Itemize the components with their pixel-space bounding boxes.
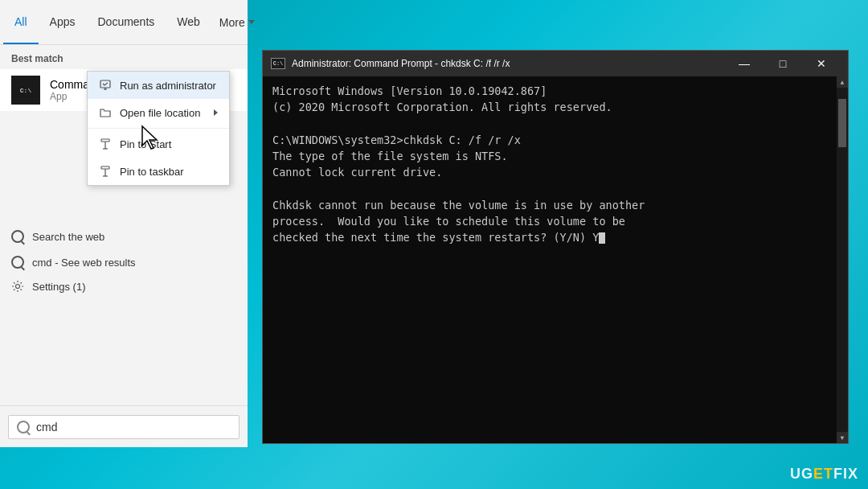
cmd-output: Microsoft Windows [Version 10.0.19042.86… — [272, 83, 838, 246]
web-search-icon — [11, 230, 24, 243]
taskbar-search-area: cmd — [0, 405, 248, 447]
cmd-cursor — [599, 232, 605, 244]
web-search-label: Search the web — [32, 231, 104, 243]
context-menu: Run as administrator Open file location … — [87, 71, 230, 186]
web-search-label-row: Search the web — [0, 224, 248, 249]
settings-label: Settings (1) — [32, 281, 85, 293]
tab-documents[interactable]: Documents — [86, 0, 166, 44]
run-admin-icon — [99, 79, 112, 92]
pin-taskbar-icon — [99, 165, 112, 178]
taskbar-search-text: cmd — [36, 421, 57, 434]
scroll-down-arrow[interactable]: ▼ — [837, 432, 848, 443]
cmd-titlebar-icon: C:\ — [271, 58, 285, 69]
run-as-admin-label: Run as administrator — [120, 80, 216, 92]
web-search-section: Search the web cmd - See web results — [0, 224, 248, 275]
svg-point-3 — [16, 285, 20, 289]
web-search-result-label: cmd - See web results — [32, 257, 136, 269]
scroll-up-arrow[interactable]: ▲ — [837, 76, 848, 88]
taskbar-search-icon — [17, 421, 30, 434]
tab-more[interactable]: More — [211, 10, 263, 35]
cmd-title: Administrator: Command Prompt - chkdsk C… — [292, 58, 719, 69]
context-open-file-location[interactable]: Open file location — [88, 99, 229, 126]
web-result-icon — [11, 256, 24, 269]
pin-to-taskbar-label: Pin to taskbar — [120, 166, 184, 178]
start-menu: All Apps Documents Web More Best match C… — [0, 0, 248, 447]
cmd-window: C:\ Administrator: Command Prompt - chkd… — [262, 50, 849, 444]
context-pin-taskbar[interactable]: Pin to taskbar — [88, 158, 229, 185]
svg-rect-2 — [101, 166, 109, 169]
chevron-down-icon — [248, 20, 255, 24]
taskbar-search-box[interactable]: cmd — [8, 415, 240, 439]
cmd-scrollbar[interactable]: ▲ ▼ — [837, 76, 848, 443]
app-icon: C:\ — [11, 76, 40, 105]
minimize-button[interactable]: — — [726, 51, 763, 76]
folder-icon — [99, 106, 112, 119]
open-file-location-label: Open file location — [120, 107, 200, 119]
pin-start-icon — [99, 138, 112, 150]
maximize-button[interactable]: □ — [764, 51, 801, 76]
settings-row[interactable]: Settings (1) — [0, 275, 248, 298]
tab-apps[interactable]: Apps — [39, 0, 87, 44]
context-divider — [88, 128, 229, 129]
settings-icon — [11, 280, 24, 293]
best-match-label: Best match — [0, 45, 248, 69]
tab-bar: All Apps Documents Web More — [0, 0, 248, 45]
tab-web[interactable]: Web — [166, 0, 211, 44]
submenu-arrow-icon — [214, 109, 218, 116]
cmd-controls: — □ ✕ — [726, 51, 840, 76]
web-search-result-row[interactable]: cmd - See web results — [0, 249, 248, 275]
cmd-content: Microsoft Windows [Version 10.0.19042.86… — [263, 76, 848, 443]
context-run-as-admin[interactable]: Run as administrator — [88, 72, 229, 99]
scroll-thumb[interactable] — [838, 99, 846, 147]
context-pin-start[interactable]: Pin to Start — [88, 130, 229, 158]
svg-rect-1 — [101, 139, 109, 142]
tab-all[interactable]: All — [3, 0, 39, 44]
close-button[interactable]: ✕ — [803, 51, 840, 76]
watermark: UGETFIX — [790, 466, 858, 483]
cmd-titlebar: C:\ Administrator: Command Prompt - chkd… — [263, 51, 848, 76]
pin-to-start-label: Pin to Start — [120, 138, 171, 150]
